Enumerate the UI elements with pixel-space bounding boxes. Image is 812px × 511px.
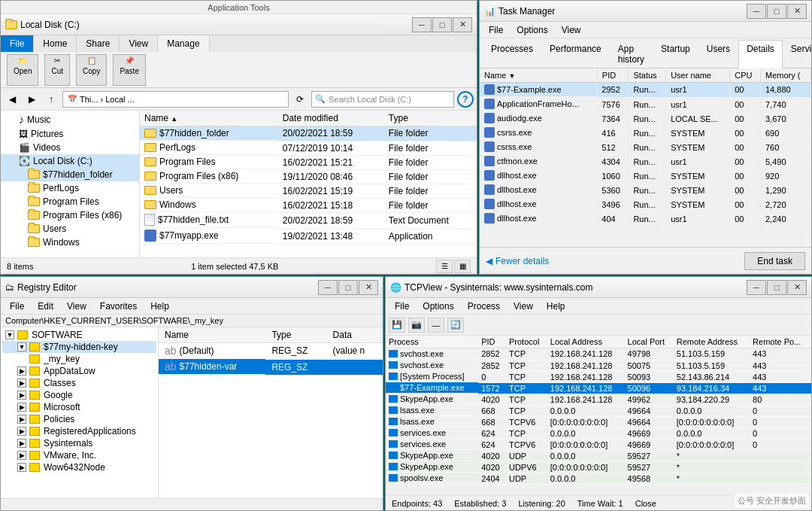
ribbon-btn-1[interactable]: 📁 Open — [7, 54, 38, 86]
tm-close[interactable]: ✕ — [787, 4, 807, 19]
end-task-button[interactable]: End task — [744, 252, 805, 270]
process-table-row[interactable]: ctfmon.exe 4304 Run... usr1 00 5,490 — [480, 154, 811, 169]
ribbon-btn-3[interactable]: 📋 Copy — [76, 54, 107, 86]
maximize-button[interactable]: □ — [432, 17, 452, 32]
col-date[interactable]: Date modified — [278, 111, 384, 126]
sidebar-item-music[interactable]: ♪ Music — [1, 112, 139, 127]
expand-appdatalow[interactable]: ▶ — [17, 367, 26, 376]
expand-hidden-key[interactable]: ▼ — [17, 342, 26, 351]
tcp-connection-row[interactable]: svchost.exe 2852 TCP 192.168.241.128 497… — [386, 348, 811, 360]
tcp-connection-row[interactable]: svchost.exe 2852 TCP 192.168.241.128 500… — [386, 360, 811, 371]
col-status[interactable]: Status — [629, 68, 666, 83]
tab-users[interactable]: Users — [698, 40, 738, 68]
tcp-connection-row[interactable]: services.exe 624 TCPV6 [0:0:0:0:0:0:0:0]… — [386, 439, 811, 450]
tcp-menu-help[interactable]: Help — [541, 300, 571, 313]
sidebar-item-program-files-x86[interactable]: Program Files (x86) — [1, 208, 139, 222]
tcp-col-pid[interactable]: PID — [478, 336, 506, 348]
close-button[interactable]: ✕ — [453, 17, 472, 32]
tcp-connection-row[interactable]: lsass.exe 668 TCPV6 [0:0:0:0:0:0:0:0] 49… — [386, 416, 811, 427]
reg-entry-hidden-var[interactable]: ab$77hidden-var REG_SZ — [159, 359, 383, 375]
file-table-row[interactable]: PerfLogs 07/12/2019 10:14 File folder — [140, 141, 477, 155]
reg-menu-edit[interactable]: Edit — [32, 300, 59, 313]
tcp-connection-row[interactable]: SkypeApp.exe 4020 TCP 192.168.241.128 49… — [386, 394, 811, 405]
tm-minimize[interactable]: ─ — [747, 4, 766, 19]
tcp-connection-row[interactable]: SkypeApp.exe 4020 UDPV6 [0:0:0:0:0:0:0:0… — [386, 461, 811, 473]
expand-wow6432[interactable]: ▶ — [17, 463, 26, 472]
tab-performance[interactable]: Performance — [541, 40, 610, 68]
tcp-capture-btn[interactable]: 📷 — [408, 318, 425, 333]
view-list-button[interactable]: ☰ — [436, 260, 453, 273]
process-table-row[interactable]: dllhost.exe 5360 Run... SYSTEM 00 1,290 — [480, 183, 811, 197]
tcp-col-remote-port[interactable]: Remote Po... — [750, 336, 811, 348]
reg-tree-regapps[interactable]: ▶ RegisteredApplications — [2, 425, 156, 437]
view-grid-button[interactable]: ▦ — [454, 260, 471, 273]
reg-maximize[interactable]: □ — [338, 280, 358, 295]
expand-microsoft[interactable]: ▶ — [17, 403, 26, 412]
tcp-col-local-port[interactable]: Local Port — [625, 336, 674, 348]
process-table-row[interactable]: csrss.exe 416 Run... SYSTEM 00 690 — [480, 126, 811, 140]
tcp-stop-btn[interactable]: — — [428, 318, 444, 333]
col-process-name[interactable]: Name ▼ — [480, 68, 597, 83]
process-table-row[interactable]: $77-Example.exe 2952 Run... usr1 00 14,8… — [480, 83, 811, 98]
reg-close[interactable]: ✕ — [359, 280, 378, 295]
sidebar-item-users[interactable]: Users — [1, 222, 139, 236]
tcp-connection-row[interactable]: SkypeApp.exe 4020 UDP 0.0.0.0 59527 * — [386, 450, 811, 461]
file-table-row[interactable]: Users 16/02/2021 15:19 File folder — [140, 184, 477, 198]
process-table-row[interactable]: dllhost.exe 1060 Run... SYSTEM 00 920 — [480, 169, 811, 183]
process-table-row[interactable]: dllhost.exe 404 Run... usr1 00 2,240 — [480, 211, 811, 226]
tcp-connection-row[interactable]: spoolsv.exe 2404 UDP 0.0.0.0 49568 * — [386, 473, 811, 484]
sidebar-item-windows[interactable]: Windows — [1, 236, 139, 249]
col-name[interactable]: Name ▲ — [140, 111, 278, 126]
tab-startup[interactable]: Startup — [653, 40, 698, 68]
tab-home[interactable]: Home — [34, 35, 77, 52]
tab-app-history[interactable]: App history — [610, 40, 653, 68]
tcp-connection-row[interactable]: lsass.exe 668 TCP 0.0.0.0 49664 0.0.0.0 … — [386, 405, 811, 416]
fewer-details-button[interactable]: ◀ Fewer details — [486, 256, 549, 266]
reg-tree-microsoft[interactable]: ▶ Microsoft — [2, 401, 156, 413]
process-table-row[interactable]: ApplicationFrameHo... 7576 Run... usr1 0… — [480, 97, 811, 111]
process-table-row[interactable]: csrss.exe 512 Run... SYSTEM 00 760 — [480, 140, 811, 154]
reg-entry-default[interactable]: ab(Default) REG_SZ (value n — [159, 343, 383, 360]
sidebar-item-hidden-folder[interactable]: $77hidden_folder — [1, 168, 139, 181]
forward-button[interactable]: ▶ — [23, 91, 40, 108]
reg-col-data[interactable]: Data — [327, 327, 383, 343]
ribbon-btn-4[interactable]: 📌 Paste — [113, 54, 146, 86]
ribbon-btn-2[interactable]: ✂ Cut — [44, 54, 70, 86]
tm-menu-options[interactable]: Options — [511, 23, 553, 37]
tcp-close[interactable]: ✕ — [787, 280, 807, 295]
reg-tree-wow6432[interactable]: ▶ Wow6432Node — [2, 461, 156, 473]
file-table-row[interactable]: $77hidden_folder 20/02/2021 18:59 File f… — [140, 126, 477, 141]
tm-maximize[interactable]: □ — [767, 4, 786, 19]
col-memory[interactable]: Memory ( — [761, 68, 811, 83]
tab-manage[interactable]: Manage — [158, 35, 209, 53]
sidebar-item-local-disk[interactable]: 💽 Local Disk (C:) — [1, 154, 139, 168]
tcp-col-process[interactable]: Process — [386, 336, 478, 348]
sidebar-item-program-files[interactable]: Program Files — [1, 195, 139, 208]
reg-tree-google[interactable]: ▶ Google — [2, 389, 156, 401]
expand-policies[interactable]: ▶ — [17, 415, 26, 424]
col-cpu[interactable]: CPU — [730, 68, 761, 83]
tab-view[interactable]: View — [120, 35, 158, 52]
tcp-maximize[interactable]: □ — [767, 280, 786, 295]
tcp-col-local-addr[interactable]: Local Address — [547, 336, 625, 348]
process-table-row[interactable]: dllhost.exe 3496 Run... SYSTEM 00 2,720 — [480, 197, 811, 211]
tcp-menu-options[interactable]: Options — [417, 300, 459, 313]
sidebar-item-pictures[interactable]: 🖼 Pictures — [1, 127, 139, 141]
expand-vmware[interactable]: ▶ — [17, 451, 26, 460]
expand-regapps[interactable]: ▶ — [17, 427, 26, 436]
expand-software[interactable]: ▼ — [5, 330, 14, 339]
reg-tree-vmware[interactable]: ▶ VMware, Inc. — [2, 449, 156, 461]
refresh-button[interactable]: ⟳ — [292, 91, 308, 108]
sidebar-item-perflogs[interactable]: PerfLogs — [1, 181, 139, 195]
file-table-row[interactable]: $77myapp.exe 19/02/2021 13:48 Applicatio… — [140, 228, 477, 244]
tab-file[interactable]: File — [1, 35, 34, 52]
col-pid[interactable]: PID — [597, 68, 629, 83]
expand-google[interactable]: ▶ — [17, 391, 26, 400]
reg-col-type[interactable]: Type — [265, 327, 326, 343]
reg-menu-help[interactable]: Help — [144, 300, 175, 313]
reg-menu-file[interactable]: File — [4, 300, 30, 313]
back-button[interactable]: ◀ — [4, 91, 20, 108]
reg-menu-view[interactable]: View — [61, 300, 92, 313]
tab-services[interactable]: Services — [783, 40, 812, 68]
col-username[interactable]: User name — [666, 68, 730, 83]
